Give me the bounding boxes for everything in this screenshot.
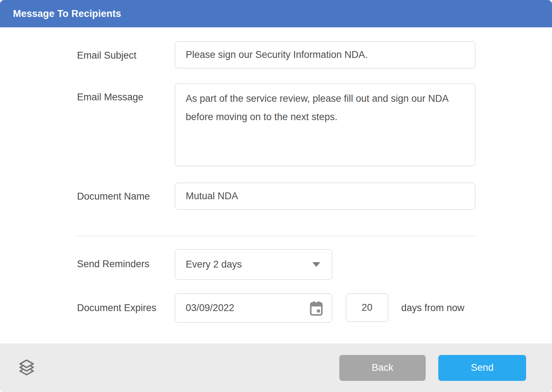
days-from-now-text: days from now xyxy=(401,302,465,314)
calendar-icon[interactable] xyxy=(309,300,324,316)
document-name-input[interactable] xyxy=(175,183,475,210)
send-button[interactable]: Send xyxy=(438,355,526,381)
form-body: Email Subject Email Message As part of t… xyxy=(0,27,552,343)
send-reminders-value: Every 2 days xyxy=(186,259,242,270)
email-subject-label: Email Subject xyxy=(77,50,136,61)
send-reminders-select[interactable]: Every 2 days xyxy=(175,249,332,280)
email-subject-input[interactable] xyxy=(175,41,475,68)
document-expires-date-input[interactable] xyxy=(186,302,276,314)
send-reminders-label: Send Reminders xyxy=(77,258,149,270)
email-message-textarea[interactable]: As part of the service review, please fi… xyxy=(175,83,475,166)
back-button[interactable]: Back xyxy=(339,355,426,381)
document-expires-date-field[interactable] xyxy=(175,293,332,323)
document-expires-label: Document Expires xyxy=(77,302,157,314)
section-divider xyxy=(77,236,475,236)
dialog-card: Message To Recipients Email Subject Emai… xyxy=(0,0,552,392)
layers-icon xyxy=(17,358,36,378)
dialog-header: Message To Recipients xyxy=(0,0,552,27)
dialog-title: Message To Recipients xyxy=(13,8,121,19)
document-name-label: Document Name xyxy=(77,191,150,202)
chevron-down-icon xyxy=(312,262,320,267)
dialog-footer: Back Send xyxy=(0,343,552,392)
email-message-label: Email Message xyxy=(77,91,144,103)
expires-days-input[interactable] xyxy=(346,293,388,322)
